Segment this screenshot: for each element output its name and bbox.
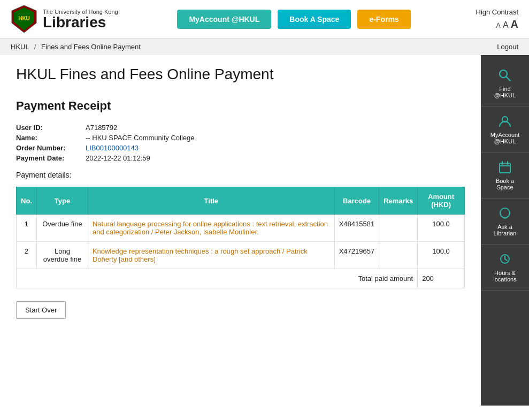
sidebar-find-label: Find@HKUL bbox=[494, 86, 516, 98]
receipt-info: User ID: A7185792 Name: -- HKU SPACE Com… bbox=[16, 124, 465, 162]
breadcrumb-separator: / bbox=[34, 43, 36, 51]
name-value: -- HKU SPACE Community College bbox=[86, 134, 194, 142]
cell-no: 2 bbox=[17, 242, 37, 269]
col-type: Type bbox=[36, 187, 88, 215]
cell-barcode: X47219657 bbox=[334, 242, 379, 269]
myaccount-icon bbox=[497, 114, 512, 129]
header: HKU The University of Hong Kong Librarie… bbox=[0, 0, 529, 39]
payment-date-row: Payment Date: 2022-12-22 01:12:59 bbox=[16, 154, 465, 162]
col-amount: Amount (HKD) bbox=[418, 187, 465, 215]
content-area: HKUL Fines and Fees Online Payment Payme… bbox=[0, 55, 481, 406]
total-label: Total paid amount bbox=[17, 269, 418, 288]
logout-button[interactable]: Logout bbox=[497, 43, 518, 51]
breadcrumb: HKUL / Fines and Fees Online Payment bbox=[11, 43, 141, 51]
payment-table: No. Type Title Barcode Remarks Amount (H… bbox=[16, 187, 465, 288]
cell-remarks bbox=[379, 242, 418, 269]
high-contrast-label[interactable]: High Contrast bbox=[476, 8, 518, 16]
sidebar-item-myaccount[interactable]: MyAccount@HKUL bbox=[481, 106, 529, 152]
cell-type: Overdue fine bbox=[36, 215, 88, 242]
right-sidebar: Find@HKUL MyAccount@HKUL Book aSpace bbox=[481, 55, 529, 406]
hours-icon bbox=[497, 252, 512, 267]
sidebar-myaccount-label: MyAccount@HKUL bbox=[490, 132, 519, 144]
breadcrumb-hkul[interactable]: HKUL bbox=[11, 43, 29, 51]
col-remarks: Remarks bbox=[379, 187, 418, 215]
sidebar-item-book-space[interactable]: Book aSpace bbox=[481, 152, 529, 198]
col-barcode: Barcode bbox=[334, 187, 379, 215]
payment-date-label: Payment Date: bbox=[16, 154, 86, 162]
logo-area: HKU The University of Hong Kong Librarie… bbox=[11, 4, 155, 34]
sidebar-ask-librarian-label: Ask aLibrarian bbox=[494, 224, 517, 236]
user-id-row: User ID: A7185792 bbox=[16, 124, 465, 132]
order-number-label: Order Number: bbox=[16, 144, 86, 152]
receipt-title: Payment Receipt bbox=[16, 99, 465, 113]
cell-remarks bbox=[379, 215, 418, 242]
col-title: Title bbox=[88, 187, 334, 215]
search-icon bbox=[497, 68, 512, 83]
sidebar-item-ask-librarian[interactable]: Ask aLibrarian bbox=[481, 198, 529, 245]
logo-text: The University of Hong Kong Libraries bbox=[43, 9, 118, 30]
nav-buttons: MyAccount @HKUL Book A Space e-Forms bbox=[155, 10, 433, 29]
font-size-medium[interactable]: A bbox=[503, 20, 509, 30]
name-row: Name: -- HKU SPACE Community College bbox=[16, 134, 465, 142]
cell-title: Knowledge representation techniques : a … bbox=[88, 242, 334, 269]
sidebar-item-hours[interactable]: Hours &locations bbox=[481, 245, 529, 291]
order-number-row: Order Number: LIB00100000143 bbox=[16, 144, 465, 152]
main-content: HKUL Fines and Fees Online Payment Payme… bbox=[0, 55, 529, 406]
svg-line-13 bbox=[505, 259, 507, 261]
cell-title: Natural language processing for online a… bbox=[88, 215, 334, 242]
total-row: Total paid amount 200 bbox=[17, 269, 465, 288]
font-size-small[interactable]: A bbox=[496, 21, 501, 29]
user-id-label: User ID: bbox=[16, 124, 86, 132]
book-space-button[interactable]: Book A Space bbox=[278, 10, 351, 29]
svg-text:HKU: HKU bbox=[18, 16, 30, 21]
svg-line-4 bbox=[507, 77, 511, 81]
svg-rect-6 bbox=[500, 163, 510, 173]
breadcrumb-bar: HKUL / Fines and Fees Online Payment Log… bbox=[0, 39, 529, 55]
svg-point-10 bbox=[500, 208, 510, 218]
table-row: 1 Overdue fine Natural language processi… bbox=[17, 215, 465, 242]
payment-date-value: 2022-12-22 01:12:59 bbox=[86, 154, 150, 162]
ask-librarian-icon bbox=[497, 206, 512, 221]
payment-details-label: Payment details: bbox=[16, 171, 465, 179]
font-size-controls: A A A bbox=[496, 18, 518, 30]
book-space-icon bbox=[497, 160, 512, 175]
header-right: High Contrast A A A bbox=[433, 8, 518, 30]
eforms-button[interactable]: e-Forms bbox=[357, 10, 410, 29]
sidebar-item-find[interactable]: Find@HKUL bbox=[481, 60, 529, 106]
sidebar-hours-label: Hours &locations bbox=[493, 270, 516, 282]
name-label: Name: bbox=[16, 134, 86, 142]
cell-no: 1 bbox=[17, 215, 37, 242]
table-header-row: No. Type Title Barcode Remarks Amount (H… bbox=[17, 187, 465, 215]
font-size-large[interactable]: A bbox=[511, 18, 518, 30]
page-title: HKUL Fines and Fees Online Payment bbox=[16, 66, 465, 83]
user-id-value: A7185792 bbox=[86, 124, 117, 132]
cell-amount: 100.0 bbox=[418, 242, 465, 269]
university-name-line2: Libraries bbox=[43, 15, 118, 30]
table-row: 2 Long overdue fine Knowledge representa… bbox=[17, 242, 465, 269]
total-value: 200 bbox=[418, 269, 465, 288]
sidebar-book-space-label: Book aSpace bbox=[496, 178, 514, 190]
contrast-row: High Contrast bbox=[476, 8, 518, 16]
cell-amount: 100.0 bbox=[418, 215, 465, 242]
order-number-value: LIB00100000143 bbox=[86, 144, 139, 152]
cell-barcode: X48415581 bbox=[334, 215, 379, 242]
cell-type: Long overdue fine bbox=[36, 242, 88, 269]
col-no: No. bbox=[17, 187, 37, 215]
university-shield: HKU bbox=[11, 4, 37, 34]
start-over-button[interactable]: Start Over bbox=[16, 301, 66, 319]
breadcrumb-fines[interactable]: Fines and Fees Online Payment bbox=[41, 43, 141, 51]
myaccount-button[interactable]: MyAccount @HKUL bbox=[177, 10, 271, 29]
